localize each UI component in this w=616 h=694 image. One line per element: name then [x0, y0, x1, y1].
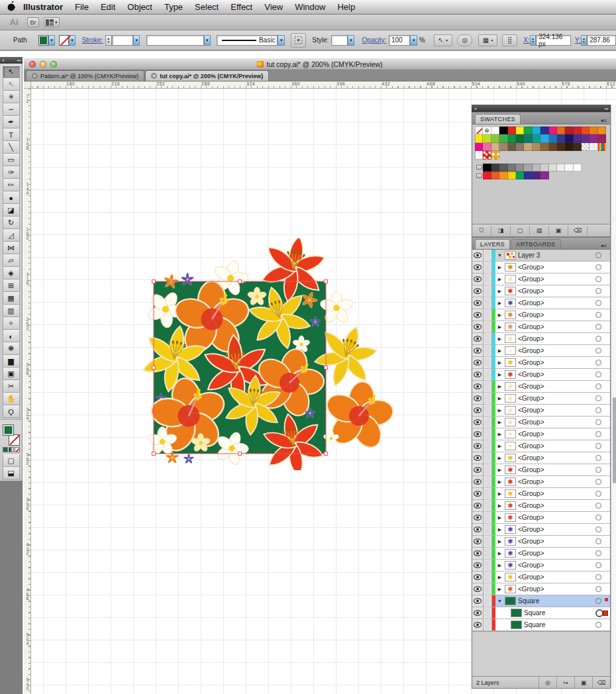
visibility-eye-icon[interactable]	[472, 250, 484, 261]
target-circle[interactable]	[595, 455, 601, 461]
line-segment-tool[interactable]: ╲	[3, 141, 20, 154]
layer-row-group[interactable]: ▶✱<Group>	[472, 500, 610, 512]
minimize-window-button[interactable]	[40, 61, 46, 68]
new-color-group[interactable]: ▤	[530, 226, 549, 236]
gradient-tool[interactable]: ▥	[3, 305, 20, 317]
target-circle[interactable]	[595, 419, 601, 425]
color-swatch[interactable]	[483, 164, 491, 172]
color-swatch[interactable]	[549, 143, 557, 151]
expand-triangle-icon[interactable]: ▶	[497, 575, 503, 580]
expand-triangle-icon[interactable]: ▶	[497, 396, 503, 401]
layer-row-main[interactable]: ▶✱<Group>	[495, 369, 610, 380]
close-tab-icon[interactable]: ✕	[151, 73, 157, 79]
selection-handle[interactable]	[152, 452, 156, 456]
swatch-pattern-dotcircle[interactable]	[590, 143, 597, 151]
y-coordinate-field[interactable]: 287.86	[587, 35, 616, 46]
color-swatch[interactable]	[557, 126, 565, 134]
target-circle[interactable]	[595, 622, 601, 628]
target-circle[interactable]	[595, 526, 601, 532]
document-tab-1[interactable]: ✕Pattern.ai* @ 100% (CMYK/Preview)	[26, 70, 144, 81]
expand-triangle-icon[interactable]: ▶	[497, 360, 503, 366]
collapse-triangle-icon[interactable]: ▼	[497, 253, 503, 258]
visibility-eye-icon[interactable]	[472, 595, 484, 607]
lock-toggle-cell[interactable]	[484, 536, 492, 547]
color-swatch[interactable]	[491, 126, 499, 134]
stroke-swatch[interactable]	[9, 434, 20, 446]
target-circle[interactable]	[595, 443, 601, 449]
color-swatch[interactable]	[540, 134, 548, 142]
color-swatch[interactable]	[533, 143, 540, 151]
layer-row-main[interactable]: ▶✱<Group>	[495, 464, 610, 475]
color-swatch[interactable]	[499, 172, 507, 179]
layer-row-main[interactable]: ▶❀<Group>	[495, 333, 610, 344]
layer-row-group[interactable]: ▶✱<Group>	[472, 357, 610, 369]
swatch-none[interactable]	[475, 126, 483, 134]
color-swatch[interactable]	[499, 164, 507, 172]
flower-pattern-artwork[interactable]	[142, 238, 407, 470]
color-swatch[interactable]	[574, 134, 582, 142]
rotate-tool[interactable]: ↻	[3, 217, 20, 229]
color-swatch[interactable]	[516, 164, 524, 172]
layer-row-main[interactable]: ▶✱<Group>	[495, 262, 610, 273]
shape-builder-tool[interactable]: ◈	[3, 267, 20, 279]
visibility-eye-icon[interactable]	[472, 571, 484, 583]
apple-menu-icon[interactable]	[5, 1, 17, 13]
selection-handle[interactable]	[325, 452, 328, 456]
layer-row-main[interactable]: ▶✱<Group>	[495, 297, 610, 309]
y-stepper[interactable]: ▲▼	[581, 35, 588, 46]
target-circle[interactable]	[595, 550, 601, 556]
lock-toggle-cell[interactable]	[484, 571, 492, 583]
stroke-color-swatch[interactable]	[59, 35, 69, 46]
lock-toggle-cell[interactable]	[484, 440, 492, 452]
selection-tool[interactable]: ↖	[3, 66, 20, 78]
lock-toggle-cell[interactable]	[484, 619, 492, 630]
isolate-selected-object-button[interactable]: ◎	[457, 34, 472, 46]
layer-row-group[interactable]: ▶•<Group>	[472, 440, 610, 452]
expand-triangle-icon[interactable]: ▶	[497, 563, 503, 568]
type-tool[interactable]: T	[3, 128, 20, 141]
opacity-field[interactable]: 100	[389, 35, 410, 46]
layer-row-group[interactable]: ▶•<Group>	[472, 428, 610, 440]
color-swatch[interactable]	[533, 172, 540, 179]
lock-toggle-cell[interactable]	[484, 476, 492, 487]
layer-row-main[interactable]: ▶❋<Group>	[495, 321, 610, 332]
lock-toggle-cell[interactable]	[484, 393, 492, 404]
menu-item-edit[interactable]: Edit	[95, 0, 121, 15]
expand-triangle-icon[interactable]: ▶	[497, 587, 503, 592]
mesh-tool[interactable]: ▦	[3, 292, 20, 305]
variable-width-dropdown[interactable]: ▼	[204, 35, 211, 46]
panel-menu-icon[interactable]: ▾≡	[601, 243, 610, 249]
lock-toggle-cell[interactable]	[484, 595, 492, 607]
layer-row-group[interactable]: ▶✱<Group>	[472, 571, 610, 583]
selection-handle[interactable]	[152, 366, 156, 370]
lock-toggle-cell[interactable]	[484, 273, 492, 285]
color-swatch[interactable]	[590, 134, 597, 142]
target-circle[interactable]	[595, 515, 601, 520]
opacity-link[interactable]: Opacity:	[362, 36, 387, 44]
layer-row-main[interactable]: ▶❀<Group>	[495, 417, 610, 428]
layer-row-main[interactable]: ▶✱<Group>	[495, 524, 610, 535]
lock-toggle-cell[interactable]	[484, 250, 492, 261]
expand-triangle-icon[interactable]: ▶	[497, 479, 503, 485]
layer-row-main[interactable]: ▶•<Group>	[495, 440, 610, 452]
layer-row-group[interactable]: ▶✱<Group>	[472, 369, 610, 381]
document-tab-2[interactable]: ✕tut copy.ai* @ 200% (CMYK/Preview)	[145, 70, 269, 81]
target-circle[interactable]	[595, 491, 601, 497]
star-flower[interactable]	[183, 453, 194, 464]
color-swatch[interactable]	[516, 126, 524, 134]
visibility-eye-icon[interactable]	[472, 619, 484, 630]
color-swatch[interactable]	[574, 143, 582, 151]
lock-toggle-cell[interactable]	[484, 357, 492, 368]
panel-menu-icon[interactable]: ▾≡	[601, 118, 610, 124]
layer-row-group[interactable]: ▶•<Group>	[472, 345, 610, 357]
color-swatch[interactable]	[557, 134, 565, 142]
visibility-eye-icon[interactable]	[472, 357, 484, 368]
target-circle[interactable]	[595, 252, 601, 258]
menu-item-help[interactable]: Help	[331, 0, 361, 15]
layer-row-main[interactable]: ▶❀<Group>	[495, 405, 610, 416]
visibility-eye-icon[interactable]	[472, 464, 484, 475]
color-swatch[interactable]	[475, 134, 483, 142]
expand-triangle-icon[interactable]: ▶	[497, 313, 503, 318]
expand-triangle-icon[interactable]: ▶	[497, 515, 503, 520]
y-coordinate-link[interactable]: Y:	[575, 36, 581, 44]
